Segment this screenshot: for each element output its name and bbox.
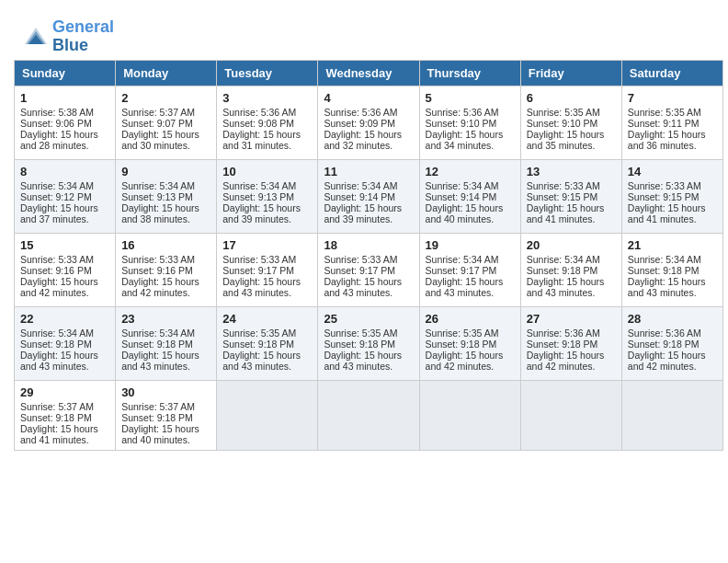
- daylight-text: Daylight: 15 hours and 43 minutes.: [324, 276, 413, 298]
- sunrise-text: Sunrise: 5:36 AM: [426, 107, 515, 118]
- calendar-cell: 23Sunrise: 5:34 AMSunset: 9:18 PMDayligh…: [116, 306, 217, 380]
- calendar-header-tuesday: Tuesday: [217, 60, 318, 86]
- day-number: 2: [121, 91, 210, 105]
- logo-line1: General: [52, 18, 114, 37]
- calendar-week-1: 1Sunrise: 5:38 AMSunset: 9:06 PMDaylight…: [15, 86, 723, 159]
- logo-line2: Blue: [52, 37, 114, 55]
- daylight-text: Daylight: 15 hours and 42 minutes.: [20, 276, 109, 298]
- sunrise-text: Sunrise: 5:33 AM: [121, 254, 210, 265]
- sunset-text: Sunset: 9:14 PM: [426, 191, 515, 202]
- sunset-text: Sunset: 9:08 PM: [222, 118, 312, 129]
- day-number: 8: [20, 165, 109, 178]
- daylight-text: Daylight: 15 hours and 39 minutes.: [324, 202, 413, 224]
- sunrise-text: Sunrise: 5:34 AM: [628, 254, 717, 265]
- sunset-text: Sunset: 9:18 PM: [121, 339, 210, 350]
- sunset-text: Sunset: 9:17 PM: [324, 265, 413, 276]
- calendar-body: 1Sunrise: 5:38 AMSunset: 9:06 PMDaylight…: [15, 86, 723, 450]
- calendar-cell: 29Sunrise: 5:37 AMSunset: 9:18 PMDayligh…: [15, 380, 116, 450]
- header: General Blue: [9, 9, 719, 60]
- calendar-cell: 6Sunrise: 5:35 AMSunset: 9:10 PMDaylight…: [520, 86, 621, 159]
- sunrise-text: Sunrise: 5:34 AM: [121, 180, 210, 191]
- daylight-text: Daylight: 15 hours and 43 minutes.: [222, 276, 312, 298]
- calendar-cell: 2Sunrise: 5:37 AMSunset: 9:07 PMDaylight…: [116, 86, 217, 159]
- sunrise-text: Sunrise: 5:35 AM: [527, 107, 616, 118]
- calendar-week-5: 29Sunrise: 5:37 AMSunset: 9:18 PMDayligh…: [15, 380, 723, 450]
- day-number: 3: [222, 91, 312, 105]
- day-number: 25: [324, 312, 413, 326]
- daylight-text: Daylight: 15 hours and 40 minutes.: [121, 423, 210, 445]
- calendar-cell: 13Sunrise: 5:33 AMSunset: 9:15 PMDayligh…: [520, 159, 621, 233]
- sunrise-text: Sunrise: 5:33 AM: [628, 180, 717, 191]
- calendar-cell: 4Sunrise: 5:36 AMSunset: 9:09 PMDaylight…: [318, 86, 419, 159]
- calendar-header-wednesday: Wednesday: [318, 60, 419, 86]
- sunset-text: Sunset: 9:09 PM: [324, 118, 413, 129]
- day-number: 13: [527, 165, 616, 178]
- calendar-cell: 7Sunrise: 5:35 AMSunset: 9:11 PMDaylight…: [621, 86, 722, 159]
- sunset-text: Sunset: 9:18 PM: [527, 265, 616, 276]
- daylight-text: Daylight: 15 hours and 34 minutes.: [426, 129, 515, 151]
- daylight-text: Daylight: 15 hours and 43 minutes.: [527, 276, 616, 298]
- day-number: 11: [324, 165, 413, 178]
- sunset-text: Sunset: 9:10 PM: [527, 118, 616, 129]
- sunrise-text: Sunrise: 5:34 AM: [426, 180, 515, 191]
- calendar-header-friday: Friday: [520, 60, 621, 86]
- sunrise-text: Sunrise: 5:37 AM: [121, 107, 210, 118]
- sunset-text: Sunset: 9:18 PM: [20, 412, 109, 423]
- sunrise-text: Sunrise: 5:33 AM: [20, 254, 109, 265]
- calendar-cell: 20Sunrise: 5:34 AMSunset: 9:18 PMDayligh…: [520, 233, 621, 306]
- sunrise-text: Sunrise: 5:33 AM: [527, 180, 616, 191]
- sunrise-text: Sunrise: 5:34 AM: [324, 180, 413, 191]
- daylight-text: Daylight: 15 hours and 43 minutes.: [426, 276, 515, 298]
- calendar-cell: [419, 380, 520, 450]
- calendar-week-4: 22Sunrise: 5:34 AMSunset: 9:18 PMDayligh…: [15, 306, 723, 380]
- calendar-cell: [217, 380, 318, 450]
- day-number: 23: [121, 312, 210, 326]
- calendar-cell: 22Sunrise: 5:34 AMSunset: 9:18 PMDayligh…: [15, 306, 116, 380]
- calendar-cell: 27Sunrise: 5:36 AMSunset: 9:18 PMDayligh…: [520, 306, 621, 380]
- daylight-text: Daylight: 15 hours and 42 minutes.: [527, 350, 616, 372]
- daylight-text: Daylight: 15 hours and 41 minutes.: [527, 202, 616, 224]
- calendar-cell: 19Sunrise: 5:34 AMSunset: 9:17 PMDayligh…: [419, 233, 520, 306]
- calendar-cell: 10Sunrise: 5:34 AMSunset: 9:13 PMDayligh…: [217, 159, 318, 233]
- sunrise-text: Sunrise: 5:37 AM: [121, 401, 210, 412]
- sunrise-text: Sunrise: 5:36 AM: [324, 107, 413, 118]
- sunrise-text: Sunrise: 5:34 AM: [222, 180, 312, 191]
- daylight-text: Daylight: 15 hours and 40 minutes.: [426, 202, 515, 224]
- calendar-header-saturday: Saturday: [621, 60, 722, 86]
- sunset-text: Sunset: 9:17 PM: [426, 265, 515, 276]
- day-number: 26: [426, 312, 515, 326]
- sunset-text: Sunset: 9:18 PM: [222, 339, 312, 350]
- day-number: 7: [628, 91, 717, 105]
- day-number: 1: [20, 91, 109, 105]
- calendar-header-row: SundayMondayTuesdayWednesdayThursdayFrid…: [15, 60, 723, 86]
- sunset-text: Sunset: 9:14 PM: [324, 191, 413, 202]
- day-number: 21: [628, 238, 717, 252]
- calendar-cell: 8Sunrise: 5:34 AMSunset: 9:12 PMDaylight…: [15, 159, 116, 233]
- daylight-text: Daylight: 15 hours and 41 minutes.: [20, 423, 109, 445]
- calendar-table: SundayMondayTuesdayWednesdayThursdayFrid…: [14, 60, 723, 451]
- sunrise-text: Sunrise: 5:35 AM: [324, 327, 413, 339]
- day-number: 29: [20, 385, 109, 399]
- calendar-cell: 9Sunrise: 5:34 AMSunset: 9:13 PMDaylight…: [116, 159, 217, 233]
- sunrise-text: Sunrise: 5:33 AM: [324, 254, 413, 265]
- calendar-cell: 14Sunrise: 5:33 AMSunset: 9:15 PMDayligh…: [621, 159, 722, 233]
- daylight-text: Daylight: 15 hours and 31 minutes.: [222, 129, 312, 151]
- sunset-text: Sunset: 9:12 PM: [20, 191, 109, 202]
- calendar-cell: 21Sunrise: 5:34 AMSunset: 9:18 PMDayligh…: [621, 233, 722, 306]
- sunset-text: Sunset: 9:18 PM: [527, 339, 616, 350]
- daylight-text: Daylight: 15 hours and 36 minutes.: [628, 129, 717, 151]
- sunrise-text: Sunrise: 5:37 AM: [20, 401, 109, 412]
- calendar-cell: [621, 380, 722, 450]
- calendar-header-monday: Monday: [116, 60, 217, 86]
- sunrise-text: Sunrise: 5:34 AM: [20, 327, 109, 339]
- daylight-text: Daylight: 15 hours and 41 minutes.: [628, 202, 717, 224]
- calendar-week-3: 15Sunrise: 5:33 AMSunset: 9:16 PMDayligh…: [15, 233, 723, 306]
- day-number: 10: [222, 165, 312, 178]
- day-number: 27: [527, 312, 616, 326]
- calendar-week-2: 8Sunrise: 5:34 AMSunset: 9:12 PMDaylight…: [15, 159, 723, 233]
- day-number: 14: [628, 165, 717, 178]
- day-number: 19: [426, 238, 515, 252]
- calendar-cell: 5Sunrise: 5:36 AMSunset: 9:10 PMDaylight…: [419, 86, 520, 159]
- sunset-text: Sunset: 9:18 PM: [628, 265, 717, 276]
- sunset-text: Sunset: 9:07 PM: [121, 118, 210, 129]
